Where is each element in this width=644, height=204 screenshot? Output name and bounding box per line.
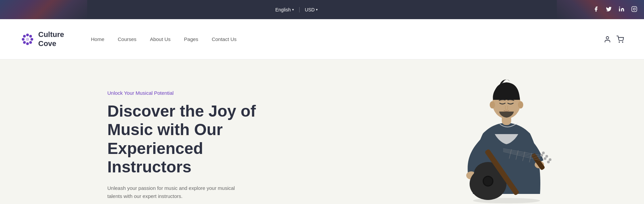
hero-subtitle: Unleash your passion for music and explo…: [107, 184, 241, 200]
facebook-icon[interactable]: [593, 6, 599, 13]
hero-title: Discover the Joy of Music with Our Exper…: [107, 102, 268, 176]
divider: [299, 7, 300, 12]
guitarist-illustration: [436, 59, 577, 204]
main-nav: Culture Cove Home Courses About Us Pages…: [0, 19, 644, 59]
social-links: [593, 6, 637, 13]
svg-point-11: [22, 38, 24, 41]
cart-button[interactable]: [616, 36, 624, 43]
svg-point-12: [23, 35, 26, 37]
svg-point-28: [547, 161, 550, 163]
nav-item-home[interactable]: Home: [91, 36, 104, 42]
svg-point-8: [29, 41, 32, 44]
logo-icon: [20, 32, 35, 47]
hero-section: Unlock Your Musical Potential Discover t…: [0, 59, 644, 204]
svg-point-7: [31, 38, 33, 41]
svg-point-43: [518, 101, 523, 109]
svg-point-42: [490, 101, 495, 109]
hero-eyebrow: Unlock Your Musical Potential: [107, 90, 268, 96]
svg-point-6: [29, 35, 32, 37]
nav-links: Home Courses About Us Pages Contact Us: [91, 36, 604, 42]
svg-point-5: [26, 34, 29, 36]
currency-selector[interactable]: USD: [305, 7, 318, 12]
user-icon: [604, 36, 611, 43]
top-bar: English USD: [0, 0, 644, 19]
svg-point-15: [619, 42, 620, 42]
nav-item-contact-us[interactable]: Contact Us: [212, 36, 236, 42]
svg-point-10: [23, 41, 26, 44]
hero-content: Unlock Your Musical Potential Discover t…: [107, 83, 268, 200]
nav-item-about-us[interactable]: About Us: [150, 36, 171, 42]
svg-point-9: [26, 42, 29, 45]
svg-point-1: [619, 6, 620, 7]
twitter-icon[interactable]: [606, 6, 612, 13]
top-bar-center: English USD: [275, 7, 318, 12]
svg-point-23: [484, 177, 492, 186]
svg-point-14: [606, 36, 608, 39]
svg-rect-0: [619, 8, 620, 11]
svg-point-27: [544, 157, 546, 160]
hero-image: [436, 59, 577, 204]
cart-icon: [616, 36, 624, 43]
nav-item-courses[interactable]: Courses: [118, 36, 137, 42]
svg-point-26: [540, 154, 543, 157]
svg-point-29: [542, 152, 545, 154]
logo-text: Culture Cove: [38, 30, 64, 48]
linkedin-icon[interactable]: [619, 6, 625, 13]
language-selector[interactable]: English: [275, 7, 294, 12]
account-button[interactable]: [604, 36, 611, 43]
logo[interactable]: Culture Cove: [20, 30, 64, 48]
instagram-icon[interactable]: [631, 6, 637, 13]
nav-item-pages[interactable]: Pages: [184, 36, 199, 42]
svg-point-13: [26, 38, 29, 41]
nav-icons: [604, 36, 624, 43]
svg-point-30: [545, 155, 548, 158]
svg-point-16: [622, 42, 623, 42]
svg-rect-2: [632, 6, 637, 11]
top-bar-bg-left: [0, 0, 87, 19]
svg-point-31: [549, 158, 551, 161]
